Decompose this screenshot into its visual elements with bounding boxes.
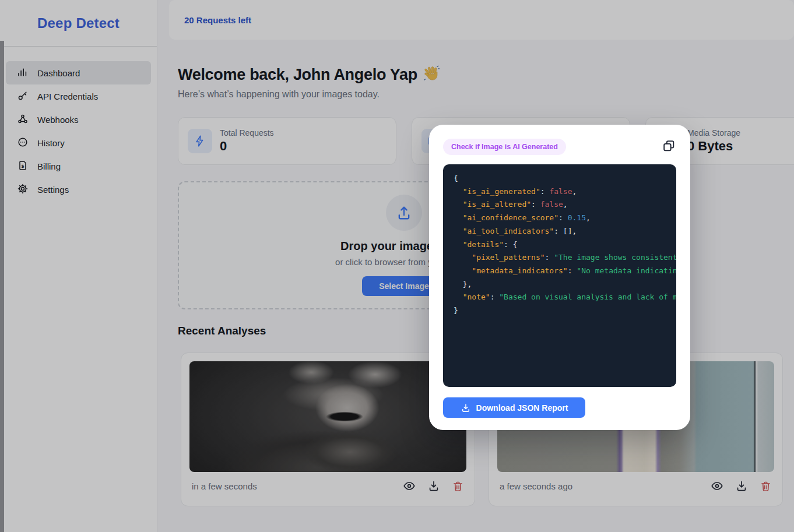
deep-detect-app: Deep Detect Dashboard API Credentials — [0, 0, 794, 532]
ai-check-result-modal: Check if Image is AI Generated { "is_ai_… — [429, 125, 690, 430]
analysis-type-badge: Check if Image is AI Generated — [443, 139, 566, 155]
download-button-label: Download JSON Report — [476, 403, 568, 413]
copy-icon[interactable] — [662, 139, 676, 153]
download-json-report-button[interactable]: Download JSON Report — [443, 397, 585, 418]
json-result-code-block: { "is_ai_generated": false, "is_ai_alter… — [443, 164, 676, 387]
